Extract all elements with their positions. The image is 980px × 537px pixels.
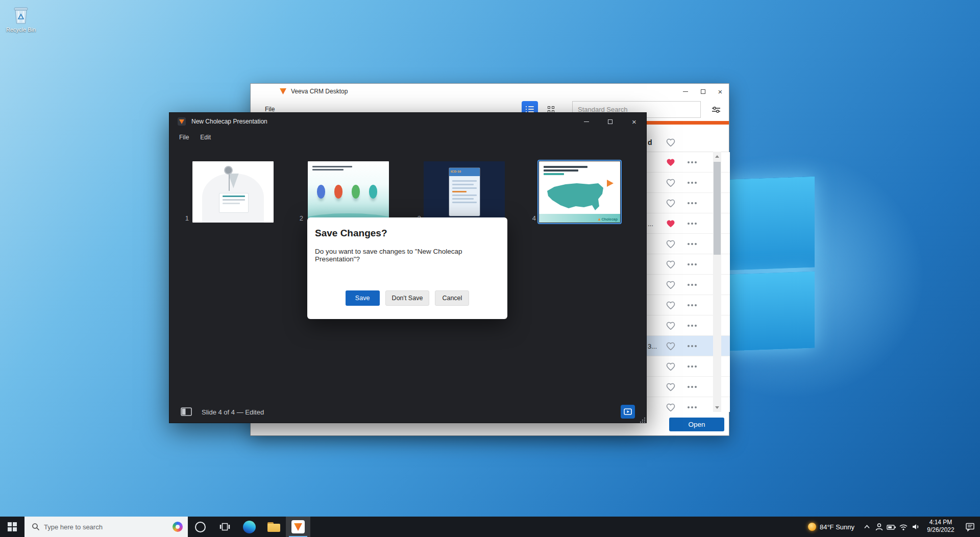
- recycle-bin-icon: [10, 4, 32, 26]
- veeva-logo-icon: [280, 88, 286, 94]
- more-button[interactable]: [688, 223, 697, 225]
- scroll-up-button[interactable]: [713, 152, 721, 161]
- sun-icon: [808, 523, 816, 531]
- slide-thumbnail-1[interactable]: [192, 161, 274, 223]
- crm-menu-file[interactable]: File: [265, 106, 275, 113]
- show-hidden-icons-button[interactable]: [861, 517, 873, 537]
- tray-volume-button[interactable]: [910, 517, 922, 537]
- favorite-button[interactable]: [666, 260, 676, 270]
- more-button[interactable]: [688, 182, 697, 184]
- favorite-button[interactable]: [666, 382, 676, 392]
- veeva-app-button[interactable]: [286, 517, 310, 537]
- tray-network-button[interactable]: [897, 517, 910, 537]
- recycle-bin-shortcut[interactable]: Recycle Bin: [4, 4, 38, 33]
- wallpaper-window-pane: [718, 272, 815, 352]
- filter-button[interactable]: [710, 104, 722, 116]
- save-button[interactable]: Save: [346, 290, 380, 306]
- action-center-icon: [965, 522, 975, 531]
- open-button[interactable]: Open: [669, 418, 724, 431]
- presentation-statusbar: Slide 4 of 4 — Edited: [169, 401, 646, 424]
- search-highlights-icon[interactable]: [173, 522, 183, 532]
- search-icon: [32, 523, 40, 531]
- action-center-button[interactable]: [960, 522, 980, 531]
- scrollbar[interactable]: [713, 152, 721, 412]
- clock-date: 9/26/2022: [922, 526, 960, 534]
- maximize-button[interactable]: [598, 113, 622, 130]
- volume-icon: [912, 523, 920, 531]
- close-button[interactable]: ×: [622, 113, 646, 130]
- more-button[interactable]: [688, 365, 697, 368]
- cortana-icon: [195, 522, 206, 532]
- dont-save-button[interactable]: Don't Save: [385, 290, 430, 306]
- favorite-button[interactable]: [666, 219, 676, 229]
- close-button[interactable]: ×: [712, 84, 729, 99]
- more-button[interactable]: [688, 243, 697, 245]
- crm-window-title: Veeva CRM Desktop: [291, 88, 348, 95]
- favorite-button[interactable]: [666, 178, 676, 188]
- more-button[interactable]: [688, 406, 697, 408]
- edge-icon: [243, 521, 256, 533]
- favorite-button[interactable]: [666, 158, 676, 167]
- cancel-button[interactable]: Cancel: [435, 290, 469, 306]
- tray-person-button[interactable]: [873, 517, 885, 537]
- maximize-button[interactable]: [694, 84, 712, 99]
- task-view-button[interactable]: [212, 517, 237, 537]
- save-changes-dialog: Save Changes? Do you want to save change…: [307, 217, 507, 319]
- more-button[interactable]: [688, 386, 697, 388]
- play-icon: [624, 408, 632, 415]
- more-button[interactable]: [688, 284, 697, 286]
- weather-widget[interactable]: 84°F Sunny: [802, 517, 861, 537]
- scrollbar-thumb[interactable]: [714, 162, 721, 255]
- taskbar-search-box[interactable]: [24, 517, 188, 537]
- filter-icon: [712, 106, 721, 114]
- resize-grip[interactable]: [640, 417, 646, 423]
- more-button[interactable]: [688, 161, 697, 163]
- more-button[interactable]: [688, 202, 697, 204]
- more-button[interactable]: [688, 345, 697, 347]
- more-button[interactable]: [688, 325, 697, 327]
- sidebar-toggle-button[interactable]: [181, 407, 192, 416]
- dialog-title: Save Changes?: [315, 228, 387, 239]
- favorite-button[interactable]: [666, 341, 676, 351]
- slide-status-text: Slide 4 of 4 — Edited: [202, 408, 264, 416]
- file-explorer-button[interactable]: [261, 517, 286, 537]
- slide4-arrow-accent: [607, 180, 614, 187]
- favorite-button[interactable]: [666, 362, 676, 372]
- taskbar-search-input[interactable]: [44, 523, 168, 531]
- tray-battery-button[interactable]: [885, 517, 897, 537]
- cholecap-logo: Cholecap: [598, 217, 618, 221]
- column-header-fragment: d: [648, 138, 652, 147]
- usa-map-graphic: [545, 177, 606, 214]
- favorite-button[interactable]: [666, 403, 676, 412]
- favorite-button[interactable]: [666, 301, 676, 310]
- favorite-button[interactable]: [666, 280, 676, 290]
- minimize-button[interactable]: [574, 113, 598, 130]
- cortana-button[interactable]: [188, 517, 212, 537]
- favorite-button[interactable]: [666, 239, 676, 249]
- more-button[interactable]: [688, 304, 697, 306]
- favorite-button[interactable]: [666, 321, 676, 331]
- favorites-column-heart-icon[interactable]: [666, 138, 676, 148]
- row-label-fragment: ...: [648, 220, 653, 228]
- slide-thumbnail-3[interactable]: ICD-10: [424, 161, 505, 223]
- more-button[interactable]: [688, 263, 697, 265]
- stethoscope-icon: [225, 167, 232, 174]
- slide1-name-badge: [219, 193, 248, 212]
- scroll-down-button[interactable]: [713, 403, 721, 412]
- slide-thumbnail-2[interactable]: [308, 161, 389, 223]
- menu-edit[interactable]: Edit: [200, 134, 211, 141]
- menu-file[interactable]: File: [179, 134, 189, 141]
- present-button[interactable]: [621, 405, 635, 419]
- minimize-button[interactable]: [677, 84, 694, 99]
- start-button[interactable]: [0, 517, 24, 537]
- taskbar-clock[interactable]: 4:14 PM 9/26/2022: [922, 517, 960, 537]
- wifi-icon: [899, 523, 908, 531]
- slide-thumbnail-4[interactable]: Cholecap: [539, 161, 620, 223]
- edge-button[interactable]: [237, 517, 261, 537]
- favorite-button[interactable]: [666, 199, 676, 208]
- dialog-message: Do you want to save changes to "New Chol…: [315, 248, 501, 263]
- row-label-fragment: 3...: [648, 343, 657, 350]
- slide-number: 2: [296, 214, 303, 222]
- taskbar: 84°F Sunny: [0, 517, 980, 537]
- crm-titlebar: Veeva CRM Desktop: [251, 84, 729, 99]
